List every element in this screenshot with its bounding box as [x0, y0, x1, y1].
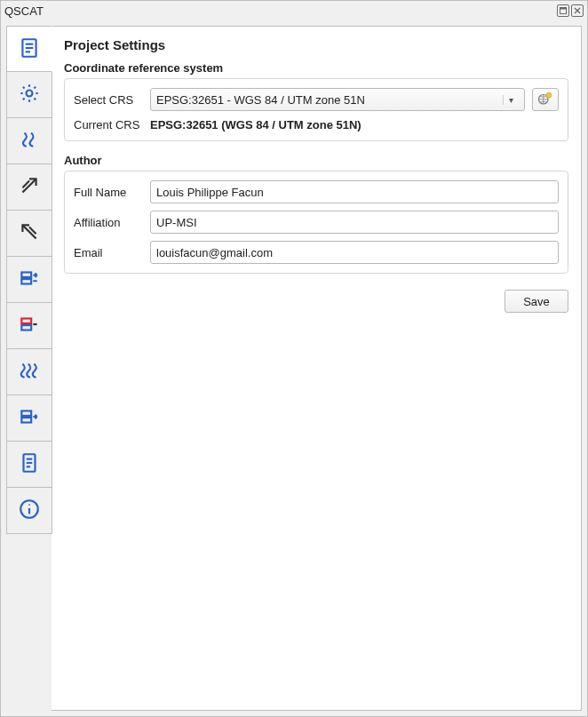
tab-arrow-up-left[interactable] — [6, 211, 52, 257]
affiliation-label: Affiliation — [74, 216, 143, 229]
tab-info[interactable] — [6, 488, 52, 534]
fullname-label: Full Name — [74, 186, 143, 199]
affiliation-input[interactable] — [150, 211, 559, 234]
crs-group: Select CRS EPSG:32651 - WGS 84 / UTM zon… — [64, 78, 568, 141]
tab-general-settings[interactable] — [6, 72, 52, 118]
author-group: Full Name Affiliation Email — [64, 171, 568, 274]
document-list-icon — [18, 36, 41, 62]
titlebar-buttons — [557, 4, 584, 17]
svg-rect-12 — [21, 418, 31, 422]
save-button[interactable]: Save — [505, 290, 568, 313]
chevron-down-icon: ▾ — [503, 95, 519, 105]
svg-point-21 — [546, 92, 552, 98]
tab-layers-compare[interactable] — [6, 303, 52, 349]
svg-rect-11 — [21, 411, 31, 416]
sidebar — [6, 26, 52, 711]
dock-button[interactable] — [557, 4, 569, 17]
layers-compare-icon — [18, 313, 41, 339]
crs-picker-button[interactable] — [532, 88, 559, 111]
window-title: QSCAT — [4, 4, 557, 18]
tab-waves[interactable] — [6, 118, 52, 164]
arrow-up-right-icon — [18, 174, 41, 200]
current-crs-label: Current CRS — [74, 118, 143, 131]
layers-right-icon — [18, 267, 41, 292]
tab-project-settings[interactable] — [6, 26, 52, 72]
content-panel: Project Settings Coordinate reference sy… — [52, 26, 582, 711]
author-group-label: Author — [64, 154, 568, 167]
gear-icon — [18, 82, 41, 108]
email-input[interactable] — [150, 241, 559, 264]
tab-report[interactable] — [6, 442, 52, 488]
crs-combobox[interactable]: EPSG:32651 - WGS 84 / UTM zone 51N ▾ — [150, 88, 525, 111]
svg-rect-7 — [21, 273, 31, 277]
info-icon — [18, 498, 41, 523]
tab-waves-many[interactable] — [6, 349, 52, 395]
tab-arrow-up-right[interactable] — [6, 164, 52, 211]
current-crs-value: EPSG:32651 (WGS 84 / UTM zone 51N) — [150, 118, 362, 131]
close-button[interactable] — [571, 4, 584, 17]
svg-point-6 — [27, 91, 33, 97]
page-title: Project Settings — [64, 37, 568, 52]
footer: Save — [64, 290, 568, 313]
qscat-panel: QSCAT — [0, 0, 588, 717]
select-crs-label: Select CRS — [74, 93, 143, 107]
tab-layers-c[interactable] — [6, 395, 52, 442]
titlebar: QSCAT — [1, 1, 587, 20]
waves-right-icon — [18, 128, 41, 154]
email-label: Email — [74, 246, 143, 259]
svg-rect-9 — [21, 319, 31, 323]
arrow-up-left-icon — [18, 220, 41, 246]
svg-point-19 — [28, 504, 30, 506]
tab-layers-a[interactable] — [6, 257, 52, 303]
globe-sun-icon — [537, 91, 553, 109]
waves-many-icon — [18, 359, 41, 385]
report-icon — [18, 451, 41, 477]
svg-rect-1 — [560, 8, 567, 10]
crs-group-label: Coordinate reference system — [64, 61, 568, 75]
layers-right-alt-icon — [18, 405, 41, 431]
svg-rect-10 — [21, 325, 31, 330]
crs-combobox-value: EPSG:32651 - WGS 84 / UTM zone 51N — [156, 93, 503, 107]
fullname-input[interactable] — [150, 180, 559, 203]
svg-rect-8 — [21, 279, 31, 283]
